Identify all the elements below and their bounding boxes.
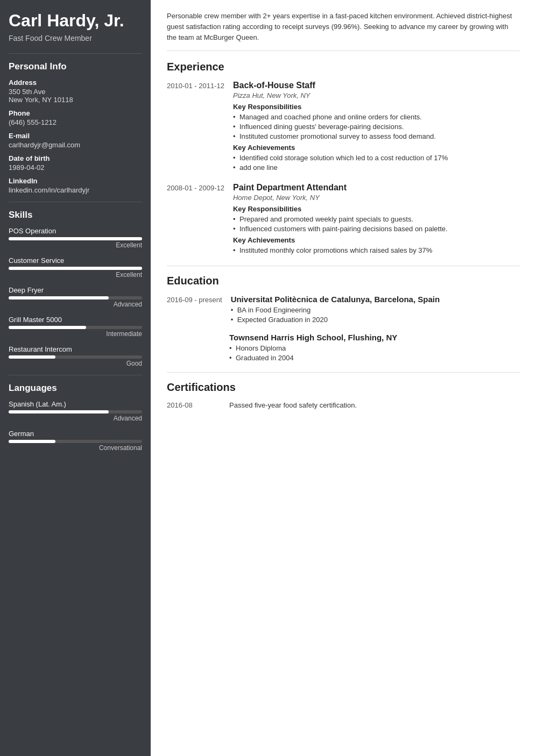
achievement-item: add one line [233,163,520,172]
email-label: E-mail [9,132,142,140]
skill-name: POS Operation [9,227,142,235]
address-line1: 350 5th Ave [9,88,142,96]
edu-date: 2016-09 - present [167,295,222,325]
responsibilities-label: Key Responsibilities [233,103,520,111]
certifications-container: 2016-08 Passed five-year food safety cer… [167,401,520,409]
edu-school: Universitat Politècnica de Catalunya, Ba… [231,295,520,304]
responsibility-item: Influenced customers with paint-pairing … [233,225,520,233]
skill-bar-fill [9,267,142,270]
exp-detail: Back-of-House Staff Pizza Hut, New York,… [233,81,520,173]
responsibilities-label: Key Responsibilities [233,205,520,213]
achievement-item: Instituted monthly color promotions whic… [233,246,520,254]
skill-item: Customer Service Excellent [9,256,142,279]
candidate-name: Carl Hardy, Jr. [9,11,142,31]
experience-item: 2010-01 - 2011-12 Back-of-House Staff Pi… [167,81,520,173]
exp-date: 2010-01 - 2011-12 [167,81,224,173]
summary-text: Personable crew member with 2+ years exp… [167,11,520,51]
achievements-list: Instituted monthly color promotions whic… [233,246,520,254]
edu-detail: Universitat Politècnica de Catalunya, Ba… [231,295,520,325]
language-item: Spanish (Lat. Am.) Advanced [9,400,142,422]
main-content: Personable crew member with 2+ years exp… [151,0,536,756]
languages-container: Spanish (Lat. Am.) Advanced German Conve… [9,400,142,452]
experience-item: 2008-01 - 2009-12 Paint Department Atten… [167,183,520,256]
exp-detail: Paint Department Attendant Home Depot, N… [233,183,520,256]
edu-detail: Townsend Harris High School, Flushing, N… [229,333,520,363]
edu-school: Townsend Harris High School, Flushing, N… [229,333,520,342]
responsibility-item: Prepared and promoted weekly paint speci… [233,215,520,223]
skill-level: Intermediate [9,330,142,338]
skill-bar-fill [9,326,86,329]
language-bar-fill [9,440,55,443]
languages-heading: Languages [9,383,142,394]
language-level: Advanced [9,415,142,422]
edu-bullets-list: Honors DiplomaGraduated in 2004 [229,344,520,362]
language-bar-bg [9,410,142,413]
email-value: carlhardyjr@gmail.com [9,141,142,149]
exp-job-title: Back-of-House Staff [233,81,520,90]
education-container: 2016-09 - present Universitat Politècnic… [167,295,520,363]
edu-bullet: Graduated in 2004 [229,354,520,362]
language-name: Spanish (Lat. Am.) [9,400,142,408]
sidebar-divider-2 [9,202,142,202]
linkedin-label: LinkedIn [9,177,142,185]
skill-level: Excellent [9,271,142,279]
skill-name: Grill Master 5000 [9,316,142,324]
edu-date [167,333,221,363]
edu-bullet: BA in Food Engineering [231,306,520,314]
education-heading: Education [167,275,520,287]
skill-item: Deep Fryer Advanced [9,286,142,308]
exp-company: Pizza Hut, New York, NY [233,91,520,99]
skill-level: Good [9,360,142,367]
sidebar-divider-3 [9,375,142,375]
skill-level: Advanced [9,301,142,308]
edu-bullets-list: BA in Food EngineeringExpected Graduatio… [231,306,520,324]
dob-value: 1989-04-02 [9,163,142,172]
achievements-list: Identified cold storage solution which l… [233,154,520,172]
skill-bar-bg [9,267,142,270]
education-divider [167,266,520,266]
language-item: German Conversational [9,430,142,452]
address-label: Address [9,79,142,87]
skill-bar-fill [9,296,109,299]
certifications-divider [167,372,520,373]
experience-container: 2010-01 - 2011-12 Back-of-House Staff Pi… [167,81,520,256]
skill-bar-fill [9,237,142,240]
responsibility-item: Instituted customer promotional survey t… [233,132,520,140]
education-item: 2016-09 - present Universitat Politècnic… [167,295,520,325]
dob-label: Date of birth [9,154,142,162]
phone-label: Phone [9,109,142,117]
skill-item: POS Operation Excellent [9,227,142,249]
personal-info-heading: Personal Info [9,61,142,72]
sidebar: Carl Hardy, Jr. Fast Food Crew Member Pe… [0,0,151,756]
language-bar-bg [9,440,142,443]
skill-bar-bg [9,326,142,329]
skill-item: Restaurant Intercom Good [9,345,142,367]
skills-container: POS Operation Excellent Customer Service… [9,227,142,367]
address-line2: New York, NY 10118 [9,96,142,104]
skill-bar-bg [9,237,142,240]
edu-bullet: Honors Diploma [229,344,520,352]
linkedin-value: linkedin.com/in/carlhardyjr [9,186,142,194]
skills-heading: Skills [9,210,142,220]
language-level: Conversational [9,444,142,452]
education-item: Townsend Harris High School, Flushing, N… [167,333,520,363]
achievements-label: Key Achievements [233,236,520,244]
cert-detail: Passed five-year food safety certificati… [229,401,520,409]
achievement-item: Identified cold storage solution which l… [233,154,520,162]
responsibility-item: Influenced dining guests' beverage-pairi… [233,123,520,131]
responsibilities-list: Managed and coached phone and online ord… [233,113,520,140]
cert-date: 2016-08 [167,401,221,409]
edu-bullet: Expected Graduation in 2020 [231,316,520,324]
skill-name: Deep Fryer [9,286,142,294]
skill-bar-bg [9,296,142,299]
exp-company: Home Depot, New York, NY [233,194,520,202]
experience-heading: Experience [167,61,520,73]
language-name: German [9,430,142,438]
achievements-label: Key Achievements [233,144,520,152]
sidebar-divider-1 [9,53,142,54]
skill-name: Customer Service [9,256,142,265]
certification-item: 2016-08 Passed five-year food safety cer… [167,401,520,409]
candidate-title: Fast Food Crew Member [9,34,142,42]
phone-value: (646) 555-1212 [9,118,142,126]
responsibilities-list: Prepared and promoted weekly paint speci… [233,215,520,233]
